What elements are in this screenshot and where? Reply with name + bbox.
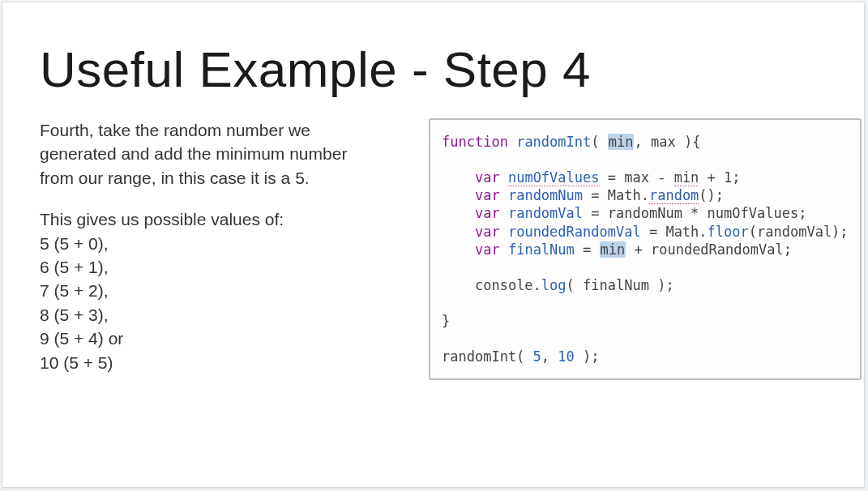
arg-10: 10 [558,348,574,365]
code-pre: function randomInt( min, max ){ var numO… [442,133,849,365]
keyword-var-4: var [475,224,500,240]
method-log: log [541,277,567,293]
keyword-var-1: var [475,169,500,186]
console: console. [475,277,541,293]
keyword-var-2: var [475,187,500,203]
content-columns: Fourth, take the random number we genera… [40,118,827,380]
explanation-text: Fourth, take the random number we genera… [40,118,380,380]
min-highlight-2: min [600,241,626,258]
keyword-function: function [442,134,508,150]
code-block: function randomInt( min, max ){ var numO… [429,118,862,380]
paren-open: ( [591,134,607,150]
param-sep: , [634,134,650,150]
call-empty: (); [699,187,724,203]
paragraph-2-intro: This gives us possible values of: [40,207,380,231]
keyword-var-5: var [475,241,500,258]
var-randomVal: randomVal [508,205,583,221]
eq-rn-times-nov: = randomNum * numOfValues; [583,205,806,221]
eq-math-1: = Math. [583,187,649,203]
function-name: randomInt [516,134,591,150]
arg-5: 5 [533,348,541,365]
call-finalnum: ( finalNum ); [567,277,674,293]
call-randomInt: randomInt( [442,348,533,365]
var-roundedRandomVal: roundedRandomVal [508,224,641,240]
eq-sp: = [575,241,600,258]
plus-one: + 1; [699,169,740,186]
call-end: ); [575,348,600,365]
value-line-5: 10 (5 + 5) [40,351,380,374]
method-floor: floor [708,224,749,240]
slide-title: Useful Example - Step 4 [40,43,827,96]
text-min-underline: min [674,169,699,186]
method-random: random [649,187,699,204]
eq-math-2: = Math. [641,224,708,240]
var-numOfValues: numOfValues [508,169,600,186]
keyword-var-3: var [475,205,500,221]
param-max: max [651,134,676,150]
call-rv: (randomVal); [749,224,849,240]
var-randomNum: randomNum [508,187,583,203]
brace-close: } [442,313,450,329]
arg-sep: , [541,348,558,365]
eq-max-minus: = max - [600,169,674,186]
slide: Useful Example - Step 4 Fourth, take the… [2,2,865,488]
value-line-1: 6 (5 + 1), [40,255,380,279]
paragraph-1: Fourth, take the random number we genera… [40,118,380,190]
value-line-4: 9 (5 + 4) or [40,327,380,350]
value-line-2: 7 (5 + 2), [40,279,380,302]
value-line-3: 8 (5 + 3), [40,303,380,327]
plus-rrv: + roundedRandomVal; [626,241,792,258]
var-finalNum: finalNum [508,241,575,258]
paren-close: ){ [676,134,701,150]
param-min-highlight: min [608,134,635,150]
value-line-0: 5 (5 + 0), [40,232,380,255]
